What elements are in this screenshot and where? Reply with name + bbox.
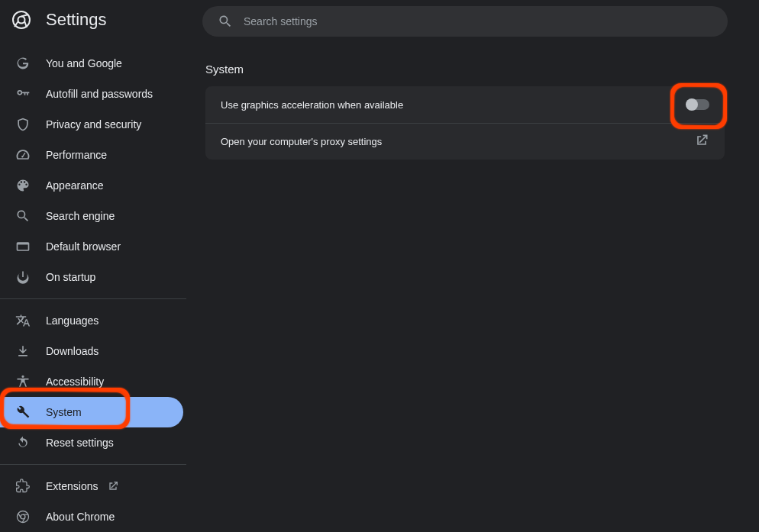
sidebar-item-reset[interactable]: Reset settings (0, 427, 186, 458)
sidebar-item-default-browser[interactable]: Default browser (0, 231, 186, 262)
sidebar-header: Settings (0, 0, 186, 39)
main-area: System Use graphics acceleration when av… (186, 0, 759, 532)
settings-card: Use graphics acceleration when available… (205, 86, 725, 160)
sidebar-item-extensions[interactable]: Extensions (0, 471, 186, 501)
nav-label: Extensions (46, 480, 98, 492)
shield-icon (15, 117, 31, 132)
sidebar-item-system[interactable]: System (0, 397, 183, 427)
sidebar-item-search-engine[interactable]: Search engine (0, 201, 186, 231)
sidebar-item-on-startup[interactable]: On startup (0, 262, 186, 292)
row-label: Use graphics acceleration when available (221, 99, 403, 111)
search-icon (218, 14, 233, 29)
section-title: System (205, 63, 725, 76)
sidebar-item-languages[interactable]: Languages (0, 305, 186, 336)
page-title: Settings (46, 10, 107, 30)
nav-label: Default browser (46, 240, 121, 253)
sidebar-item-autofill[interactable]: Autofill and passwords (0, 79, 186, 109)
search-icon (15, 208, 31, 224)
nav-divider (0, 464, 186, 465)
speed-icon (15, 147, 31, 163)
chrome-icon (15, 509, 31, 524)
sidebar-item-about[interactable]: About Chrome (0, 501, 186, 532)
nav-label: Search engine (46, 210, 115, 222)
reset-icon (15, 435, 31, 450)
sidebar-item-downloads[interactable]: Downloads (0, 336, 186, 366)
wrench-icon (15, 405, 31, 420)
chrome-logo-icon (12, 11, 31, 29)
nav-label: On startup (46, 271, 95, 283)
svg-point-1 (18, 16, 25, 23)
toggle-knob (686, 98, 698, 111)
palette-icon (15, 178, 31, 193)
nav-label: About Chrome (46, 511, 115, 523)
browser-icon (15, 239, 31, 254)
nav-label: Appearance (46, 179, 104, 192)
extension-icon (15, 479, 31, 494)
search-bar[interactable] (202, 6, 728, 37)
external-link-icon (107, 480, 119, 492)
row-label: Open your computer's proxy settings (221, 136, 382, 147)
key-icon (15, 86, 31, 102)
open-external-icon (694, 133, 709, 151)
nav-label: Performance (46, 149, 107, 161)
sidebar: Settings You and Google Autofill and pas… (0, 0, 186, 532)
nav-label: Autofill and passwords (46, 88, 153, 100)
download-icon (15, 343, 31, 359)
sidebar-item-performance[interactable]: Performance (0, 140, 186, 170)
row-proxy-settings[interactable]: Open your computer's proxy settings (205, 123, 725, 160)
nav-label: You and Google (46, 57, 122, 69)
power-icon (15, 269, 31, 285)
gpu-toggle[interactable] (686, 99, 709, 110)
nav-divider (0, 298, 186, 299)
nav-label: Reset settings (46, 437, 114, 449)
nav-label: Languages (46, 314, 99, 327)
nav-label: Accessibility (46, 376, 104, 388)
sidebar-item-privacy[interactable]: Privacy and security (0, 109, 186, 140)
accessibility-icon (15, 374, 31, 389)
sidebar-nav: You and Google Autofill and passwords Pr… (0, 39, 186, 532)
google-icon (15, 56, 31, 71)
row-gpu-acceleration: Use graphics acceleration when available (205, 86, 725, 123)
sidebar-item-accessibility[interactable]: Accessibility (0, 366, 186, 397)
translate-icon (15, 313, 31, 328)
content: System Use graphics acceleration when av… (205, 63, 725, 160)
sidebar-item-you-and-google[interactable]: You and Google (0, 48, 186, 79)
nav-label: System (46, 406, 82, 418)
nav-label: Privacy and security (46, 118, 141, 131)
sidebar-item-appearance[interactable]: Appearance (0, 170, 186, 201)
nav-label: Downloads (46, 345, 99, 357)
search-input[interactable] (244, 15, 712, 27)
